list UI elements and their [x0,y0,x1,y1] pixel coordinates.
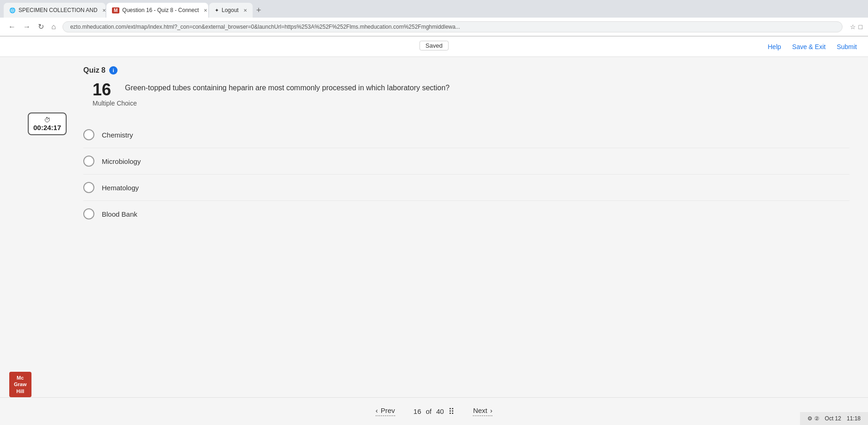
tab-icon-question: M [112,7,119,13]
tab-label-logout: Logout [222,7,239,13]
url-text: ezto.mheducation.com/ext/map/index.html?… [70,24,460,30]
address-bar-actions: ☆ □ [850,23,862,31]
tab-label-question: Question 16 - Quiz 8 - Connect [122,7,198,13]
home-button[interactable]: ⌂ [49,22,59,32]
page-info: 16 of 40 ⠿ [414,406,455,417]
option-chemistry[interactable]: Chemistry [83,122,849,148]
tab-icon-logout: ✦ [215,7,219,13]
tab-specimen[interactable]: 🌐 SPECIMEN COLLECTION AND ✕ [4,3,105,18]
of-label: of [426,407,432,415]
back-button[interactable]: ← [6,22,19,32]
quiz-title-row: Quiz 8 i [83,66,849,75]
prev-chevron-icon: ‹ [376,406,378,414]
question-type: Multiple Choice [93,100,849,107]
question-number: 16 [93,80,111,100]
tab-label-specimen: SPECIMEN COLLECTION AND [19,7,98,13]
radio-chemistry[interactable] [83,129,94,140]
address-bar[interactable]: ezto.mheducation.com/ext/map/index.html?… [62,21,843,32]
tab-icon-specimen: 🌐 [9,7,16,13]
option-label-chemistry: Chemistry [102,131,133,139]
quiz-title: Quiz 8 [83,66,105,75]
option-label-bloodbank: Blood Bank [102,210,137,218]
logo-line1: Mc [17,375,24,381]
bookmark-icon[interactable]: ☆ [850,23,856,31]
tab-question[interactable]: M Question 16 - Quiz 8 - Connect ✕ [106,3,208,18]
info-icon[interactable]: i [109,66,118,75]
browser-chrome: 🌐 SPECIMEN COLLECTION AND ✕ M Question 1… [0,0,868,37]
system-tray: ⚙ ② Oct 12 11:18 [800,412,868,425]
forward-button[interactable]: → [20,22,33,32]
next-label: Next [473,406,487,414]
options-list: Chemistry Microbiology Hematology Blood … [83,122,849,227]
prev-button[interactable]: ‹ Prev [376,406,395,416]
new-tab-button[interactable]: + [254,6,264,15]
system-time: 11:18 [847,415,861,422]
option-bloodbank[interactable]: Blood Bank [83,201,849,227]
tab-close-logout[interactable]: ✕ [243,8,247,13]
question-text: Green-topped tubes containing heparin ar… [93,82,849,92]
saved-badge: Saved [420,41,449,50]
next-button[interactable]: Next › [473,406,492,416]
system-date: Oct 12 [825,415,841,422]
option-hematology[interactable]: Hematology [83,175,849,201]
total-pages: 40 [436,407,444,415]
save-exit-button[interactable]: Save & Exit [792,43,825,50]
tab-logout[interactable]: ✦ Logout ✕ [209,3,253,18]
main-content: Quiz 8 i ⏱ 00:24:17 16 Green-topped tube… [0,57,868,398]
option-microbiology[interactable]: Microbiology [83,148,849,175]
logo-line3: Hill [16,388,24,394]
reload-button[interactable]: ↻ [35,21,47,32]
grid-icon[interactable]: ⠿ [448,406,454,417]
address-bar-row: ← → ↻ ⌂ ezto.mheducation.com/ext/map/ind… [0,18,868,36]
system-icons: ⚙ ② [807,415,819,422]
saved-text: Saved [426,42,443,49]
prev-label: Prev [381,406,395,414]
current-page: 16 [414,407,422,415]
tab-close-specimen[interactable]: ✕ [102,8,105,13]
timer-box: ⏱ 00:24:17 [28,112,67,135]
radio-bloodbank[interactable] [83,208,94,219]
logo-line2: Graw [14,381,27,387]
nav-buttons: ← → ↻ ⌂ [6,21,59,32]
bottom-nav: ‹ Prev 16 of 40 ⠿ Next › [0,397,868,425]
submit-button[interactable]: Submit [837,43,857,50]
question-area: 16 Green-topped tubes containing heparin… [93,82,849,118]
timer-value: 00:24:17 [33,124,61,131]
timer-icon: ⏱ [33,116,61,124]
help-button[interactable]: Help [768,43,781,50]
radio-hematology[interactable] [83,182,94,193]
radio-microbiology[interactable] [83,156,94,167]
tab-close-question[interactable]: ✕ [204,8,207,13]
option-label-hematology: Hematology [102,184,139,192]
tab-bar: 🌐 SPECIMEN COLLECTION AND ✕ M Question 1… [0,0,868,18]
next-chevron-icon: › [490,406,492,414]
profile-icon[interactable]: □ [859,23,862,31]
option-label-microbiology: Microbiology [102,157,141,165]
mcgraw-hill-logo: Mc Graw Hill [9,372,31,397]
